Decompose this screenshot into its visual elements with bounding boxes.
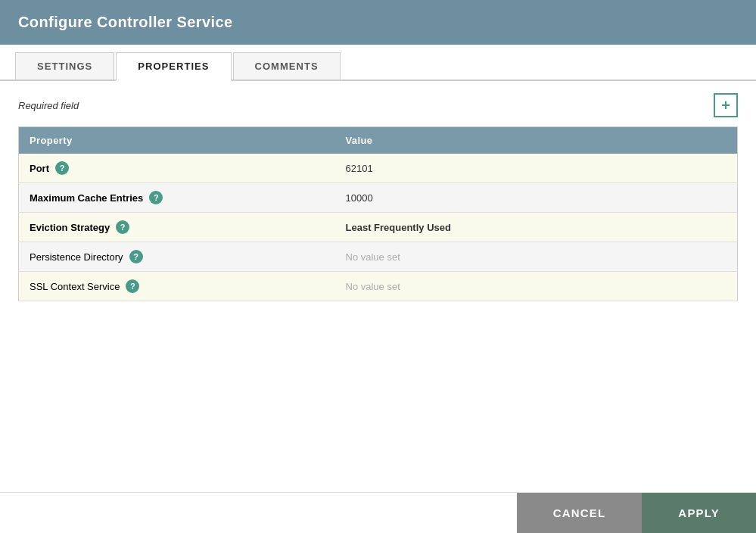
apply-button[interactable]: APPLY [642, 493, 756, 533]
tab-comments[interactable]: COMMENTS [233, 52, 341, 79]
property-value-text[interactable]: Least Frequently Used [335, 213, 680, 242]
tab-properties[interactable]: PROPERTIES [116, 52, 231, 81]
table-header-row: Property Value [19, 127, 738, 154]
property-name-text: Eviction Strategy [30, 222, 110, 233]
property-name-text: Maximum Cache Entries [30, 192, 143, 204]
col-header-property: Property [19, 127, 335, 154]
configure-controller-service-dialog: Configure Controller Service SETTINGS PR… [0, 0, 756, 533]
property-value-text[interactable]: 10000 [335, 183, 680, 213]
property-action-cell [680, 183, 738, 213]
help-icon[interactable]: ? [55, 161, 69, 175]
table-row: Persistence Directory?No value set [19, 242, 738, 272]
property-name-text: SSL Context Service [30, 281, 120, 292]
add-property-button[interactable]: + [714, 93, 738, 117]
property-action-cell [680, 213, 738, 242]
property-name-text: Port [30, 163, 49, 174]
property-value-text: No value set [335, 272, 680, 301]
property-action-cell [680, 154, 738, 183]
table-row: Port?62101 [19, 154, 738, 183]
dialog-footer: CANCEL APPLY [0, 492, 756, 533]
property-action-cell [680, 272, 738, 301]
table-row: Eviction Strategy?Least Frequently Used [19, 213, 738, 242]
col-header-action [680, 127, 738, 154]
property-action-cell [680, 242, 738, 272]
cancel-button[interactable]: CANCEL [517, 493, 642, 533]
property-value-text[interactable]: 62101 [335, 154, 680, 183]
properties-table: Property Value Port?62101Maximum Cache E… [18, 126, 738, 301]
required-field-row: Required field + [18, 93, 738, 117]
tab-settings[interactable]: SETTINGS [15, 52, 114, 79]
help-icon[interactable]: ? [126, 279, 139, 293]
content-area: Required field + Property Value Port?621… [0, 81, 756, 492]
required-field-label: Required field [18, 100, 79, 111]
table-row: Maximum Cache Entries?10000 [19, 183, 738, 213]
dialog-title: Configure Controller Service [0, 0, 756, 45]
property-value-text: No value set [335, 242, 680, 272]
col-header-value: Value [335, 127, 680, 154]
tabs-bar: SETTINGS PROPERTIES COMMENTS [0, 45, 756, 81]
help-icon[interactable]: ? [116, 220, 129, 234]
help-icon[interactable]: ? [149, 191, 163, 204]
table-row: SSL Context Service?No value set [19, 272, 738, 301]
help-icon[interactable]: ? [129, 250, 143, 263]
property-name-text: Persistence Directory [30, 251, 123, 263]
